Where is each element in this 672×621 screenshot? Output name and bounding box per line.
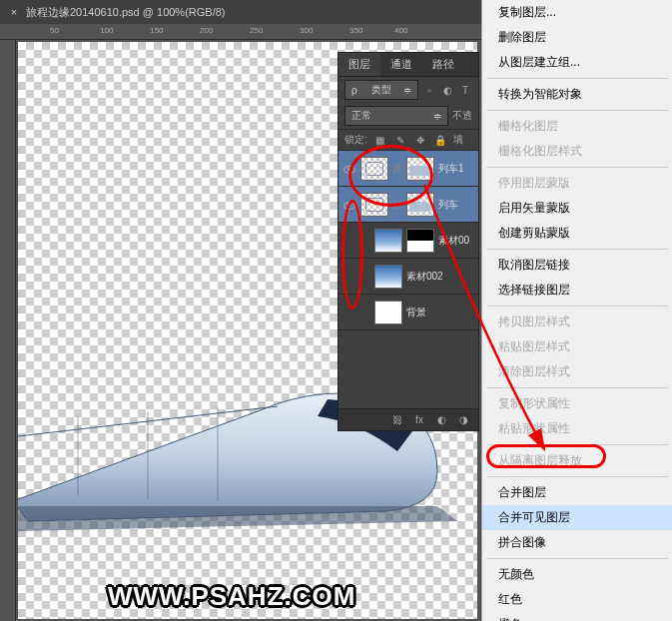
menu-item: 从隔离图层释放 xyxy=(482,448,672,473)
menu-separator xyxy=(486,110,668,111)
filter-thumb xyxy=(360,193,388,217)
ruler-tick: 150 xyxy=(150,26,163,35)
filter-icon[interactable]: T xyxy=(458,83,472,97)
photoshop-window: × 旅程边缘20140610.psd @ 100%(RGB/8) 50 100 … xyxy=(0,0,481,621)
menu-item: 拷贝图层样式 xyxy=(482,310,672,334)
menu-separator xyxy=(486,476,668,477)
lock-label: 锁定: xyxy=(344,133,367,147)
menu-item[interactable]: 拼合图像 xyxy=(482,530,672,555)
layer-name: 列车1 xyxy=(438,162,474,176)
panel-footer: ⛓ fx ◐ ◑ xyxy=(338,408,478,430)
close-icon[interactable]: × xyxy=(8,6,20,18)
layers-panel: 图层 通道 路径 ρ 类型≑ ▫ ◐ T 正常≑ 不透 锁定: ▦ ✎ ✥ 🔒 … xyxy=(337,52,479,431)
mask-thumb xyxy=(406,229,434,253)
lock-row: 锁定: ▦ ✎ ✥ 🔒 填 xyxy=(338,129,478,151)
layer-thumb xyxy=(374,229,402,253)
filter-icon[interactable]: ◐ xyxy=(440,83,454,97)
document-title: 旅程边缘20140610.psd @ 100%(RGB/8) xyxy=(26,5,225,20)
menu-item[interactable]: 无颜色 xyxy=(482,562,672,587)
tab-paths[interactable]: 路径 xyxy=(422,53,464,76)
menu-item[interactable]: 取消图层链接 xyxy=(482,253,672,278)
menu-separator xyxy=(486,78,668,79)
filter-thumb xyxy=(360,157,388,181)
blend-mode-dropdown[interactable]: 正常≑ xyxy=(344,106,448,126)
menu-item: 停用图层蒙版 xyxy=(482,171,672,196)
filter-icon[interactable]: ▫ xyxy=(422,83,436,97)
menu-item[interactable]: 创建剪贴蒙版 xyxy=(482,221,672,246)
lock-all-icon[interactable]: 🔒 xyxy=(433,133,447,147)
menu-separator xyxy=(486,167,668,168)
menu-item[interactable]: 启用矢量蒙版 xyxy=(482,196,672,221)
ruler-tick: 250 xyxy=(250,26,263,35)
link-icon[interactable]: ⛓ xyxy=(392,200,402,210)
filter-type-dropdown[interactable]: ρ 类型≑ xyxy=(344,80,418,100)
layer-item[interactable]: ⛓ 列车 xyxy=(338,187,478,223)
layer-thumb xyxy=(374,301,402,324)
menu-separator xyxy=(486,249,668,250)
ruler-vertical xyxy=(0,40,16,621)
menu-item[interactable]: 选择链接图层 xyxy=(482,278,672,303)
watermark-text: WWW.PSAHZ.COM xyxy=(108,581,355,612)
visibility-toggle[interactable] xyxy=(342,160,356,178)
ruler-tick: 350 xyxy=(349,26,362,35)
tab-channels[interactable]: 通道 xyxy=(380,53,422,76)
link-layers-icon[interactable]: ⛓ xyxy=(390,413,404,427)
menu-item: 栅格化图层样式 xyxy=(482,139,672,164)
title-bar: × 旅程边缘20140610.psd @ 100%(RGB/8) xyxy=(0,0,481,24)
menu-item[interactable]: 橙色 xyxy=(482,612,672,621)
context-menu: 复制图层...删除图层从图层建立组...转换为智能对象栅格化图层栅格化图层样式停… xyxy=(481,0,672,621)
menu-item[interactable]: 删除图层 xyxy=(482,25,672,50)
ruler-tick: 50 xyxy=(50,26,59,35)
layer-list: ⛓ 列车1 ⛓ 列车 素材00 素材0 xyxy=(338,151,478,330)
menu-item: 栅格化图层 xyxy=(482,114,672,139)
ruler-tick: 400 xyxy=(394,26,407,35)
tab-layers[interactable]: 图层 xyxy=(338,53,380,76)
mask-icon[interactable]: ◐ xyxy=(434,413,448,427)
menu-item[interactable]: 合并图层 xyxy=(482,480,672,505)
fill-label: 填 xyxy=(453,133,463,147)
layer-name: 列车 xyxy=(438,198,474,212)
visibility-toggle[interactable] xyxy=(342,196,356,214)
menu-item: 粘贴形状属性 xyxy=(482,416,672,441)
menu-item[interactable]: 复制图层... xyxy=(482,0,672,25)
layer-thumb xyxy=(406,193,434,217)
eye-icon xyxy=(343,166,355,174)
lock-transparency-icon[interactable]: ▦ xyxy=(373,133,387,147)
menu-separator xyxy=(486,387,668,388)
layer-item[interactable]: 素材00 xyxy=(338,223,478,259)
menu-item[interactable]: 合并可见图层 xyxy=(482,505,672,530)
layer-thumb xyxy=(406,157,434,181)
fx-icon[interactable]: fx xyxy=(412,413,426,427)
menu-item: 粘贴图层样式 xyxy=(482,334,672,359)
link-icon[interactable]: ⛓ xyxy=(392,164,402,174)
opacity-label: 不透 xyxy=(452,109,472,123)
layer-name: 素材00 xyxy=(438,234,474,248)
blend-row: 正常≑ 不透 xyxy=(338,103,478,129)
menu-item[interactable]: 红色 xyxy=(482,587,672,612)
menu-separator xyxy=(486,306,668,307)
menu-separator xyxy=(486,558,668,559)
filter-row: ρ 类型≑ ▫ ◐ T xyxy=(338,77,478,103)
menu-item: 清除图层样式 xyxy=(482,359,672,384)
layer-thumb xyxy=(374,265,402,289)
menu-item[interactable]: 转换为智能对象 xyxy=(482,82,672,107)
ruler-tick: 200 xyxy=(200,26,213,35)
ruler-tick: 300 xyxy=(300,26,313,35)
ruler-tick: 100 xyxy=(100,26,113,35)
layer-item[interactable]: 素材002 xyxy=(338,259,478,295)
layer-item[interactable]: 背景 xyxy=(338,295,478,330)
menu-item[interactable]: 从图层建立组... xyxy=(482,50,672,75)
ruler-horizontal: 50 100 150 200 250 300 350 400 xyxy=(0,24,481,40)
lock-move-icon[interactable]: ✥ xyxy=(413,133,427,147)
lock-brush-icon[interactable]: ✎ xyxy=(393,133,407,147)
layer-name: 背景 xyxy=(406,306,474,319)
layer-name: 素材002 xyxy=(406,270,474,284)
menu-item: 复制形状属性 xyxy=(482,391,672,416)
panel-tabs: 图层 通道 路径 xyxy=(338,53,478,77)
eye-icon xyxy=(343,202,355,210)
menu-separator xyxy=(486,444,668,445)
adjustment-icon[interactable]: ◑ xyxy=(456,413,470,427)
layer-item[interactable]: ⛓ 列车1 xyxy=(338,151,478,187)
